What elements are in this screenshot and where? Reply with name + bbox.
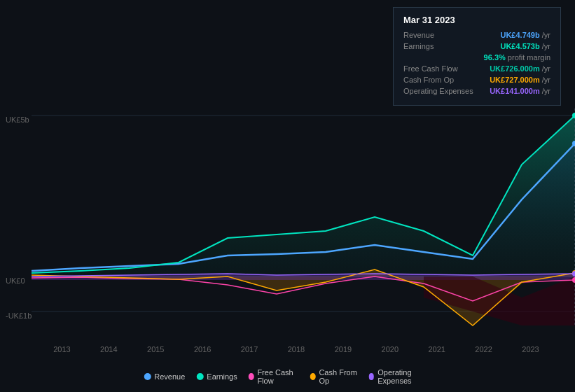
chart-container: Mar 31 2023 Revenue UK£4.749b /yr Earnin…: [0, 0, 575, 392]
legend-label-fcf: Free Cash Flow: [257, 368, 298, 385]
x-label-2016: 2016: [194, 345, 211, 354]
x-label-2014: 2014: [100, 345, 117, 354]
legend-item-revenue[interactable]: Revenue: [144, 372, 185, 381]
tooltip-row-opex: Operating Expenses UK£141.000m /yr: [403, 87, 550, 95]
legend-label-revenue: Revenue: [154, 372, 185, 381]
legend-label-earnings: Earnings: [207, 372, 237, 381]
legend-item-cashfromop[interactable]: Cash From Op: [310, 368, 358, 385]
x-label-2022: 2022: [475, 345, 492, 354]
x-axis-labels: 2013 2014 2015 2016 2017 2018 2019 2020 …: [0, 345, 575, 354]
tooltip-row-revenue: Revenue UK£4.749b /yr: [403, 31, 550, 39]
x-label-2018: 2018: [288, 345, 305, 354]
legend-dot-opex: [369, 373, 375, 380]
tooltip-value-profit-margin: 96.3% profit margin: [484, 53, 550, 62]
x-label-2020: 2020: [382, 345, 399, 354]
legend-dot-revenue: [144, 373, 151, 380]
x-label-2023: 2023: [522, 345, 539, 354]
legend-label-opex: Operating Expenses: [377, 368, 431, 385]
x-label-2015: 2015: [147, 345, 164, 354]
tooltip-label-opex: Operating Expenses: [403, 87, 473, 95]
tooltip-label-cashfromop: Cash From Op: [403, 76, 454, 84]
legend-item-earnings[interactable]: Earnings: [196, 372, 237, 381]
tooltip-label-fcf: Free Cash Flow: [403, 64, 458, 73]
tooltip-row-earnings: Earnings UK£4.573b /yr: [403, 42, 550, 50]
tooltip-value-earnings: UK£4.573b /yr: [500, 42, 550, 50]
chart-svg: [32, 108, 575, 346]
tooltip-title: Mar 31 2023: [403, 15, 550, 25]
tooltip-value-revenue: UK£4.749b /yr: [500, 31, 550, 39]
tooltip-value-opex: UK£141.000m /yr: [490, 87, 550, 95]
tooltip-panel: Mar 31 2023 Revenue UK£4.749b /yr Earnin…: [393, 7, 561, 106]
legend-dot-cashfromop: [310, 373, 316, 380]
chart-legend: Revenue Earnings Free Cash Flow Cash Fro…: [144, 368, 431, 385]
x-label-2021: 2021: [428, 345, 445, 354]
tooltip-row-fcf: Free Cash Flow UK£726.000m /yr: [403, 64, 550, 73]
tooltip-label-earnings: Earnings: [403, 42, 434, 50]
legend-label-cashfromop: Cash From Op: [319, 368, 357, 385]
tooltip-row-cashfromop: Cash From Op UK£727.000m /yr: [403, 76, 550, 84]
y-label-bottom: -UK£1b: [6, 312, 32, 320]
tooltip-value-fcf: UK£726.000m /yr: [490, 64, 550, 73]
legend-dot-fcf: [249, 373, 254, 380]
tooltip-row-profit-margin: 96.3% profit margin: [403, 53, 550, 62]
x-label-2013: 2013: [53, 345, 70, 354]
tooltip-label-revenue: Revenue: [403, 31, 434, 39]
y-label-top: UK£5b: [6, 115, 29, 124]
legend-item-opex[interactable]: Operating Expenses: [369, 368, 431, 385]
tooltip-value-cashfromop: UK£727.000m /yr: [490, 76, 550, 84]
x-label-2017: 2017: [241, 345, 258, 354]
legend-dot-earnings: [196, 373, 203, 380]
legend-item-fcf[interactable]: Free Cash Flow: [249, 368, 299, 385]
x-label-2019: 2019: [335, 345, 352, 354]
y-label-middle: UK£0: [6, 276, 25, 285]
